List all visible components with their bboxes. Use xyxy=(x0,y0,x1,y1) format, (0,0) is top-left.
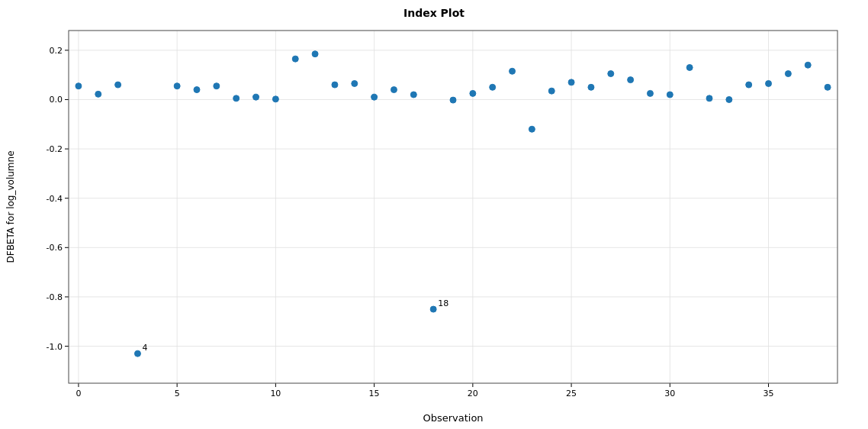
scatter-plot: Index PlotDFBETA for log_volumneObservat… xyxy=(0,0,868,429)
y-tick-label: 0.2 xyxy=(50,46,63,56)
data-point xyxy=(805,62,811,68)
data-point xyxy=(825,84,831,90)
data-point xyxy=(706,95,712,102)
data-point xyxy=(253,94,259,100)
data-point xyxy=(588,84,594,90)
x-tick-label: 20 xyxy=(468,389,478,398)
data-point xyxy=(115,82,121,88)
data-point xyxy=(312,51,318,57)
y-axis-label: DFBETA for log_volumne xyxy=(5,150,16,263)
data-point xyxy=(214,83,220,89)
x-tick-label: 25 xyxy=(566,389,577,398)
x-tick-label: 10 xyxy=(270,389,281,398)
data-point xyxy=(470,90,476,96)
chart-title: Index Plot xyxy=(403,7,465,19)
data-point xyxy=(647,90,653,96)
x-axis-label: Observation xyxy=(423,412,483,424)
data-point xyxy=(667,92,673,98)
data-point xyxy=(568,79,574,85)
data-point xyxy=(194,87,200,93)
data-point xyxy=(391,87,397,93)
y-tick-label: -0.6 xyxy=(47,243,63,253)
data-point xyxy=(410,92,416,98)
data-point xyxy=(352,80,358,86)
data-point xyxy=(628,77,634,83)
data-point xyxy=(272,96,278,102)
x-tick-label: 0 xyxy=(76,389,81,398)
x-tick-label: 15 xyxy=(369,389,380,398)
data-point xyxy=(766,80,772,86)
y-tick-label: -1.0 xyxy=(47,342,63,352)
data-point xyxy=(529,126,535,132)
data-point xyxy=(371,94,378,100)
x-tick-label: 30 xyxy=(664,389,675,398)
annotation-label: 18 xyxy=(438,298,448,308)
data-point xyxy=(95,91,101,97)
data-point xyxy=(785,71,791,77)
data-point xyxy=(292,56,298,62)
data-point xyxy=(430,306,436,312)
x-tick-label: 35 xyxy=(764,389,774,398)
data-point xyxy=(76,83,82,89)
data-point xyxy=(233,95,240,102)
y-tick-label: -0.8 xyxy=(47,292,63,302)
data-point xyxy=(548,88,555,94)
data-point xyxy=(608,71,614,77)
data-point xyxy=(174,83,180,89)
data-point xyxy=(686,64,693,70)
data-point xyxy=(134,350,140,356)
x-tick-label: 5 xyxy=(175,389,180,398)
data-point xyxy=(726,96,732,102)
svg-rect-1 xyxy=(69,31,837,383)
y-tick-label: -0.4 xyxy=(47,194,63,204)
chart-container: Index PlotDFBETA for log_volumneObservat… xyxy=(0,0,868,429)
data-point xyxy=(332,82,338,88)
data-point xyxy=(490,84,496,90)
y-tick-label: -0.2 xyxy=(47,144,63,154)
data-point xyxy=(450,97,456,103)
y-tick-label: 0.0 xyxy=(50,95,63,105)
data-point xyxy=(746,82,752,88)
annotation-label: 4 xyxy=(142,343,147,353)
data-point xyxy=(510,68,516,74)
